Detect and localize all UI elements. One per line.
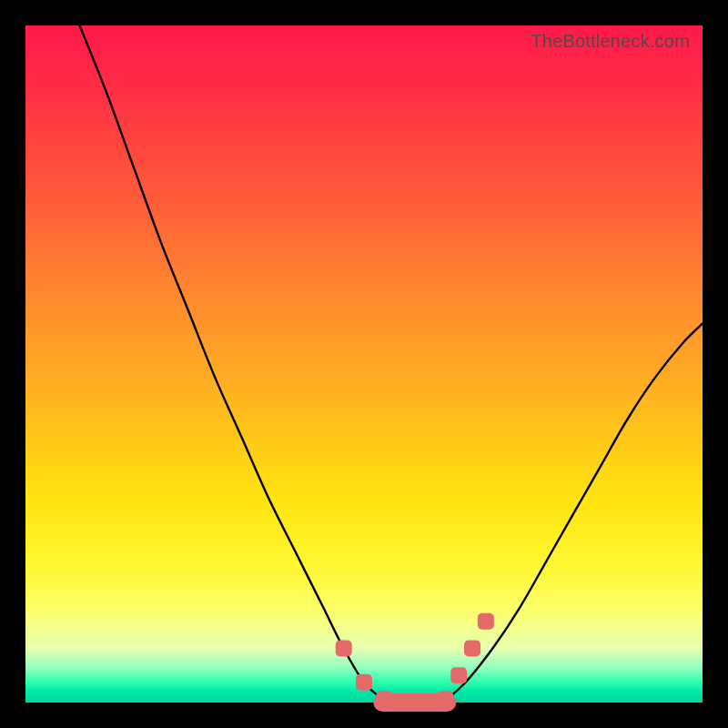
bottleneck-curve: [80, 25, 703, 703]
valley-marker: [450, 667, 467, 683]
valley-marker: [336, 641, 352, 657]
valley-marker: [417, 694, 433, 711]
plot-area: TheBottleneck.com: [25, 25, 703, 703]
valley-marker: [437, 691, 453, 707]
valley-marker: [376, 691, 392, 707]
valley-marker: [478, 613, 494, 630]
curve-layer: [25, 25, 703, 703]
valley-marker: [464, 641, 480, 657]
valley-markers: [336, 613, 494, 712]
valley-marker: [356, 674, 372, 691]
valley-marker: [397, 694, 413, 711]
chart-frame: TheBottleneck.com: [0, 0, 728, 728]
